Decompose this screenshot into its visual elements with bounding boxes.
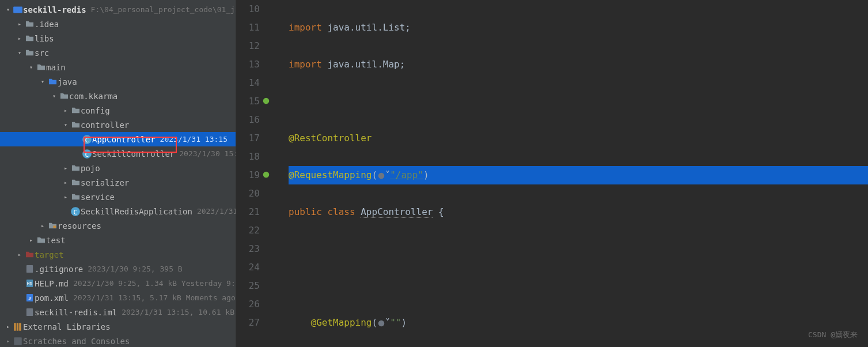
markdown-icon: MD — [24, 279, 35, 288]
tree-folder-serializer[interactable]: ▸ serializer — [0, 175, 236, 190]
svg-text:MD: MD — [26, 281, 32, 286]
class-name: AppController — [361, 206, 433, 218]
tree-meta: 2023/1/30 9:25, 395 B — [88, 265, 182, 273]
svg-text:C: C — [85, 150, 89, 158]
tree-file-pom[interactable]: m pom.xml 2023/1/31 13:15, 5.17 kB Momen… — [0, 291, 236, 305]
brace: { — [433, 206, 444, 217]
tree-folder-java[interactable]: ▾ java — [0, 74, 236, 89]
svg-rect-8 — [26, 265, 32, 273]
tree-folder-pojo[interactable]: ▸ pojo — [0, 161, 236, 175]
tree-file-seckillcontroller[interactable]: C SeckillController 2023/1/30 15: — [0, 146, 236, 161]
chevron-right-icon: ▸ — [15, 251, 24, 258]
chevron-right-icon: ▸ — [26, 237, 36, 243]
chevron-right-icon: ▸ — [38, 222, 47, 229]
svg-text:C: C — [74, 208, 78, 216]
tree-folder-service[interactable]: ▸ service — [0, 190, 236, 204]
tree-folder-controller[interactable]: ▾ controller — [0, 118, 236, 132]
spring-bean-icon[interactable] — [262, 97, 270, 105]
class-icon: C — [70, 206, 81, 217]
line-number: 26 — [236, 295, 260, 314]
chevron-down-icon: ▾ — [61, 122, 70, 128]
svg-rect-13 — [26, 308, 32, 316]
tree-label: .gitignore — [35, 265, 83, 274]
tree-file-iml[interactable]: seckill-redis.iml 2023/1/31 13:15, 10.61… — [0, 305, 236, 319]
tree-meta: 2023/1/31 13:15, 10.61 kB — [122, 308, 234, 316]
tree-label: Scratches and Consoles — [23, 337, 130, 346]
tree-label: controller — [81, 120, 129, 130]
tree-meta: 2023/1/30 15: — [179, 149, 236, 158]
line-number: 21 — [236, 203, 260, 221]
svg-point-20 — [378, 172, 385, 179]
chevron-right-icon: ▸ — [61, 194, 70, 200]
project-icon — [13, 5, 23, 15]
tree-label: com.kkarma — [69, 92, 117, 101]
line-number: 24 — [236, 258, 260, 277]
tree-external-libraries[interactable]: ▸ External Libraries — [0, 319, 236, 334]
line-number: 25 — [236, 277, 260, 295]
globe-icon[interactable] — [377, 172, 385, 180]
ln: 19 — [249, 169, 260, 180]
annotation: @RequestMapping — [289, 169, 372, 180]
tree-folder-test[interactable]: ▸ test — [0, 233, 236, 247]
tree-folder-libs[interactable]: ▸ libs — [0, 31, 236, 46]
tree-label: SeckillController — [92, 149, 175, 159]
svg-rect-15 — [17, 323, 18, 331]
project-name: seckill-redis — [23, 5, 86, 14]
tree-folder-resources[interactable]: ▸ resources — [0, 218, 236, 233]
class-icon: C — [82, 149, 92, 159]
line-number: 13 — [236, 55, 260, 74]
code-content[interactable]: import java.util.List; import java.util.… — [279, 0, 868, 347]
import-pkg: java.util.Map; — [322, 59, 405, 70]
folder-icon — [24, 20, 35, 28]
tree-label: pojo — [81, 164, 100, 173]
import-pkg: java.util.List; — [322, 22, 411, 33]
tree-meta: 2023/1/31 13:15 — [160, 135, 228, 144]
project-tree[interactable]: ▾ seckill-redis F:\04_personal_project_c… — [0, 0, 236, 347]
spring-bean-icon[interactable] — [262, 171, 270, 179]
string-literal: "/app" — [390, 169, 423, 180]
tree-folder-config[interactable]: ▸ config — [0, 103, 236, 118]
kw-class: public class — [289, 206, 361, 217]
paren: ) — [401, 317, 407, 328]
chevron-right-icon: ▸ — [61, 165, 70, 171]
tree-package[interactable]: ▾ com.kkarma — [0, 89, 236, 103]
tree-file-gitignore[interactable]: .gitignore 2023/1/30 9:25, 395 B — [0, 262, 236, 276]
package-icon — [59, 92, 69, 100]
tree-file-help[interactable]: MD HELP.md 2023/1/30 9:25, 1.34 kB Yeste… — [0, 276, 236, 291]
line-number: 14 — [236, 74, 260, 92]
line-number: 27 — [236, 314, 260, 332]
tree-folder-idea[interactable]: ▸ .idea — [0, 17, 236, 31]
project-path: F:\04_personal_project_code\01_ja — [91, 5, 236, 14]
tree-label: config — [81, 106, 110, 115]
svg-rect-16 — [19, 323, 21, 331]
chevron-down-icon: ▾ — [38, 78, 47, 85]
line-number: 12 — [236, 37, 260, 55]
kw-import: import — [289, 22, 322, 33]
tree-label: HELP.md — [35, 279, 69, 288]
tree-label: main — [46, 63, 66, 72]
package-icon — [70, 178, 81, 187]
package-icon — [70, 120, 81, 129]
svg-point-18 — [263, 98, 270, 104]
tree-file-appcontroller[interactable]: C AppController 2023/1/31 13:15 — [0, 132, 236, 146]
globe-icon[interactable] — [377, 319, 385, 327]
chevron-down-icon: ▾ — [50, 93, 59, 99]
editor-panel: 10 11 12 13 14 15 16 17 18 19 20 21 22 2… — [236, 0, 868, 347]
code-editor[interactable]: 10 11 12 13 14 15 16 17 18 19 20 21 22 2… — [236, 0, 868, 347]
chevron-right-icon: ▸ — [61, 107, 70, 114]
chevron-right-icon: ▸ — [15, 35, 24, 42]
project-tree-panel: ▾ seckill-redis F:\04_personal_project_c… — [0, 0, 236, 347]
library-icon — [13, 322, 23, 332]
tree-folder-main[interactable]: ▾ main — [0, 60, 236, 74]
tree-scratches[interactable]: ▸ Scratches and Consoles — [0, 334, 236, 347]
svg-rect-7 — [53, 226, 56, 228]
svg-text:C: C — [85, 136, 89, 144]
tree-project-root[interactable]: ▾ seckill-redis F:\04_personal_project_c… — [0, 2, 236, 17]
tree-folder-target[interactable]: ▸ target — [0, 247, 236, 262]
tree-folder-src[interactable]: ▾ src — [0, 46, 236, 60]
tree-file-seckillapp[interactable]: C SeckillRedisApplication 2023/1/31 — [0, 204, 236, 218]
tree-label: pom.xml — [35, 293, 69, 303]
paren: ) — [423, 169, 429, 180]
tree-label: test — [46, 236, 66, 245]
tree-label: .idea — [35, 20, 59, 29]
